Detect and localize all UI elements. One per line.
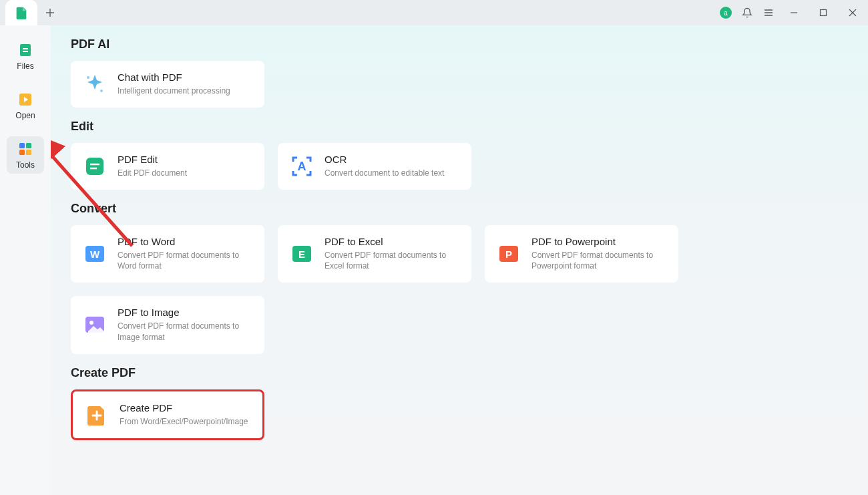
titlebar-right: a	[720, 3, 863, 23]
sidebar-item-open[interactable]: Open	[7, 87, 44, 124]
plus-icon	[45, 8, 55, 17]
card-pdf-edit[interactable]: PDF Edit Edit PDF document	[71, 143, 264, 190]
svg-rect-0	[821, 10, 827, 16]
powerpoint-icon: P	[497, 242, 521, 266]
card-text: PDF to Powerpoint Convert PDF format doc…	[531, 236, 666, 273]
svg-point-19	[89, 321, 93, 325]
maximize-button[interactable]	[813, 3, 833, 23]
card-desc: Edit PDF document	[118, 168, 252, 179]
card-title: Create PDF	[120, 402, 250, 414]
menu-icon[interactable]	[763, 7, 775, 19]
card-text: PDF Edit Edit PDF document	[118, 154, 252, 179]
card-row: Chat with PDF Intelligent document proce…	[71, 61, 848, 108]
svg-rect-1	[20, 44, 31, 56]
card-text: OCR Convert document to editable text	[324, 154, 459, 179]
card-title: PDF Edit	[118, 154, 252, 165]
svg-rect-4	[26, 143, 31, 148]
card-pdf-to-word[interactable]: W PDF to Word Convert PDF format documen…	[71, 225, 264, 283]
avatar[interactable]: a	[720, 7, 732, 19]
section-title-convert: Convert	[71, 202, 848, 216]
svg-text:A: A	[298, 160, 306, 173]
card-create-pdf[interactable]: Create PDF From Word/Execl/Powerpoint/Im…	[71, 389, 264, 440]
app-tab[interactable]	[5, 0, 37, 25]
sidebar-item-label: Tools	[16, 160, 35, 170]
card-desc: Convert PDF format documents to Word for…	[118, 250, 252, 273]
excel-icon: E	[290, 242, 314, 266]
card-ocr[interactable]: A OCR Convert document to editable text	[278, 143, 471, 190]
sidebar-item-tools[interactable]: Tools	[7, 136, 44, 174]
card-title: PDF to Image	[118, 307, 252, 318]
card-row: W PDF to Word Convert PDF format documen…	[71, 225, 848, 354]
svg-point-9	[100, 90, 103, 92]
svg-rect-5	[19, 150, 25, 155]
word-icon: W	[83, 242, 107, 266]
pdf-edit-icon	[83, 154, 107, 178]
svg-text:E: E	[298, 249, 305, 260]
card-desc: Intelligent document processing	[118, 86, 252, 97]
card-desc: Convert PDF format documents to Image fo…	[118, 321, 252, 343]
card-desc: Convert document to editable text	[324, 168, 459, 179]
svg-text:W: W	[90, 249, 100, 260]
card-text: PDF to Image Convert PDF format document…	[118, 307, 252, 343]
new-tab-button[interactable]	[40, 3, 60, 23]
card-desc: Convert PDF format documents to Excel fo…	[324, 250, 459, 273]
sidebar-item-label: Open	[15, 111, 35, 120]
sidebar-item-label: Files	[17, 61, 33, 71]
card-title: OCR	[324, 154, 459, 165]
create-pdf-icon	[85, 403, 109, 427]
files-icon	[17, 41, 34, 59]
card-row: PDF Edit Edit PDF document A OCR Convert…	[71, 143, 848, 190]
section-title-edit: Edit	[71, 120, 848, 134]
svg-rect-6	[26, 150, 31, 155]
content-wrap: Files Open Tools PDF AI	[0, 25, 868, 495]
tools-icon	[17, 140, 34, 158]
card-text: Create PDF From Word/Execl/Powerpoint/Im…	[120, 402, 250, 428]
app-logo-icon	[14, 5, 29, 20]
card-pdf-to-excel[interactable]: E PDF to Excel Convert PDF format docume…	[278, 225, 471, 283]
svg-text:P: P	[505, 249, 512, 260]
card-desc: From Word/Execl/Powerpoint/Image	[120, 416, 250, 428]
image-icon	[83, 313, 107, 337]
card-title: PDF to Word	[118, 236, 252, 247]
card-text: PDF to Word Convert PDF format documents…	[118, 236, 252, 273]
svg-point-8	[87, 76, 89, 79]
card-pdf-to-image[interactable]: PDF to Image Convert PDF format document…	[71, 296, 264, 354]
card-title: PDF to Excel	[324, 236, 459, 247]
card-chat-with-pdf[interactable]: Chat with PDF Intelligent document proce…	[71, 61, 264, 108]
sparkle-icon	[83, 72, 107, 96]
titlebar-left	[5, 0, 60, 25]
card-title: PDF to Powerpoint	[531, 236, 666, 247]
ocr-icon: A	[290, 154, 314, 178]
section-title-create: Create PDF	[71, 366, 848, 380]
sidebar-item-files[interactable]: Files	[7, 37, 44, 75]
notification-icon[interactable]	[741, 7, 753, 19]
card-desc: Convert PDF format documents to Powerpoi…	[531, 250, 666, 273]
card-text: PDF to Excel Convert PDF format document…	[324, 236, 459, 273]
svg-rect-3	[19, 143, 25, 148]
minimize-button[interactable]	[784, 3, 804, 23]
main-content: PDF AI Chat with PDF Intelligent documen…	[51, 25, 868, 495]
open-icon	[17, 91, 34, 108]
titlebar: a	[0, 0, 868, 25]
svg-rect-10	[86, 158, 103, 175]
card-pdf-to-powerpoint[interactable]: P PDF to Powerpoint Convert PDF format d…	[485, 225, 678, 283]
card-text: Chat with PDF Intelligent document proce…	[118, 71, 252, 97]
section-title-pdf-ai: PDF AI	[71, 37, 848, 51]
close-button[interactable]	[843, 3, 863, 23]
card-row: Create PDF From Word/Execl/Powerpoint/Im…	[71, 389, 848, 440]
sidebar: Files Open Tools	[0, 25, 51, 495]
card-title: Chat with PDF	[118, 71, 252, 83]
